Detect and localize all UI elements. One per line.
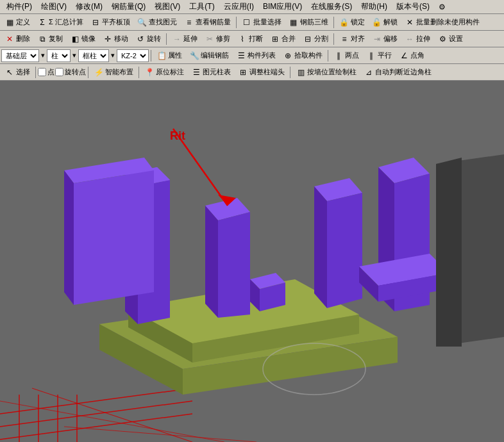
view-rebar-button[interactable]: ≡ 查看钢筋量 — [181, 15, 234, 29]
rebar-3d-icon: ▦ — [289, 17, 299, 28]
menu-rebar-qty[interactable]: 钢筋量(Q) — [108, 0, 149, 13]
draw-by-wall-button[interactable]: ▥ 按墙位置绘制柱 — [292, 65, 360, 79]
lock-button[interactable]: 🔒 锁定 — [336, 15, 368, 29]
menu-draw[interactable]: 绘图(V) — [37, 0, 71, 13]
svg-text:Rit: Rit — [170, 129, 185, 142]
element-type-select[interactable]: 柱 — [47, 49, 71, 62]
column-type-select[interactable]: 框柱 — [78, 49, 109, 62]
select-icon: ↖ — [4, 67, 15, 78]
split-icon: ⊟ — [303, 34, 313, 44]
menu-cloud[interactable]: 云应用(I) — [220, 0, 258, 13]
batch-select-button[interactable]: ☐ 批量选择 — [239, 15, 285, 29]
element-separator: ▾ — [71, 51, 78, 60]
unlock-button[interactable]: 🔓 解锁 — [369, 15, 401, 29]
copy-button[interactable]: ⧉ 复制 — [34, 32, 66, 46]
offset-icon: ⇥ — [372, 34, 382, 44]
column-table-button[interactable]: ☰ 图元柱表 — [188, 65, 234, 79]
menu-modify[interactable]: 修改(M) — [72, 0, 106, 13]
merge-button[interactable]: ⊞ 合并 — [267, 32, 299, 46]
point-checkbox[interactable] — [38, 68, 46, 76]
rotate-icon: ↺ — [135, 34, 146, 44]
svg-marker-36 — [64, 170, 74, 305]
corner-icon: ⊿ — [364, 67, 374, 78]
two-point-icon: ∥ — [333, 51, 344, 61]
pick-component-button[interactable]: ⊕ 拾取构件 — [280, 49, 326, 63]
component-list-button[interactable]: ☰ 构件列表 — [233, 49, 279, 63]
original-annotation-button[interactable]: 📍 原位标注 — [141, 65, 187, 79]
parallel-button[interactable]: ∥ 平行 — [363, 49, 395, 63]
split-button[interactable]: ⊟ 分割 — [299, 32, 332, 46]
adjust-end-button[interactable]: ⊞ 调整柱端头 — [235, 65, 288, 79]
rotate-checkbox[interactable] — [55, 68, 63, 76]
sum-button[interactable]: Σ Σ 汇总计算 — [34, 15, 87, 29]
svg-marker-37 — [74, 170, 154, 305]
viewport-3d[interactable]: Rit — [0, 81, 504, 442]
menubar: 构件(P) 绘图(V) 修改(M) 钢筋量(Q) 视图(V) 工具(T) 云应用… — [0, 0, 504, 14]
align-top-button[interactable]: ⊟ 平齐板顶 — [87, 15, 133, 29]
svg-marker-46 — [436, 158, 462, 347]
find-icon: 🔍 — [137, 17, 147, 28]
trim-button[interactable]: ✂ 修剪 — [201, 32, 233, 46]
batch-select-icon: ☐ — [242, 17, 252, 28]
layer-select[interactable]: 基础层 — [1, 49, 39, 62]
point-angle-icon: ∠ — [399, 51, 409, 61]
smart-layout-icon: ⚡ — [94, 67, 104, 78]
svg-marker-28 — [327, 193, 362, 308]
select-button[interactable]: ↖ 选择 — [1, 65, 33, 79]
column-code-select[interactable]: KZ-2 — [117, 49, 149, 62]
sep4 — [333, 33, 334, 45]
break-button[interactable]: ⌇ 打断 — [234, 32, 266, 46]
rebar-view-icon: ≡ — [184, 17, 194, 28]
offset-button[interactable]: ⇥ 偏移 — [369, 32, 401, 46]
sep7 — [35, 67, 36, 78]
align-top-icon: ⊟ — [90, 17, 101, 28]
menu-version[interactable]: 版本号(S) — [392, 0, 433, 13]
toolbar-1: ▦ 定义 Σ Σ 汇总计算 ⊟ 平齐板顶 🔍 查找图元 ≡ 查看钢筋量 ☐ 批量… — [0, 14, 504, 31]
sep10 — [290, 67, 290, 78]
menu-component[interactable]: 构件(P) — [3, 0, 36, 13]
layer-separator: ▾ — [40, 51, 46, 60]
edit-rebar-button[interactable]: 🔧 编辑钢筋 — [186, 49, 232, 63]
menu-view[interactable]: 视图(V) — [151, 0, 184, 13]
sep9 — [139, 67, 139, 78]
smart-layout-button[interactable]: ⚡ 智能布置 — [90, 65, 137, 79]
menu-online[interactable]: 在线服务(S) — [307, 0, 356, 13]
copy-icon: ⧉ — [37, 34, 47, 44]
unlock-icon: 🔓 — [372, 17, 382, 28]
column-table-icon: ☰ — [191, 67, 201, 78]
point-angle-button[interactable]: ∠ 点角 — [396, 49, 428, 63]
find-element-button[interactable]: 🔍 查找图元 — [134, 15, 180, 29]
property-button[interactable]: 📋 属性 — [153, 49, 185, 63]
move-button[interactable]: ✛ 移动 — [99, 32, 131, 46]
point-check-label: 点 — [38, 67, 55, 77]
stretch-button[interactable]: ↔ 拉伸 — [401, 32, 433, 46]
rebar-3d-button[interactable]: ▦ 钢筋三维 — [285, 15, 332, 29]
rotate-button[interactable]: ↺ 旋转 — [132, 32, 164, 46]
two-point-button[interactable]: ∥ 两点 — [330, 49, 362, 63]
sep8 — [88, 67, 88, 78]
property-icon: 📋 — [156, 51, 167, 61]
define-button[interactable]: ▦ 定义 — [1, 15, 33, 29]
extend-button[interactable]: → 延伸 — [169, 32, 201, 46]
settings-button[interactable]: ⚙ 设置 — [434, 32, 466, 46]
lock-icon: 🔒 — [339, 17, 349, 28]
wall-draw-icon: ▥ — [296, 67, 306, 78]
define-icon: ▦ — [4, 17, 15, 28]
menu-settings[interactable]: ⚙ — [435, 1, 449, 13]
sep1 — [236, 17, 237, 28]
batch-delete-icon: ✕ — [405, 17, 415, 28]
auto-corner-button[interactable]: ⊿ 自动判断近边角柱 — [360, 65, 435, 79]
component-list-icon: ☰ — [236, 51, 246, 61]
sep5 — [151, 50, 151, 61]
svg-marker-27 — [314, 186, 327, 308]
sum-icon: Σ — [37, 17, 47, 28]
column-sub-separator: ▾ — [110, 51, 116, 60]
batch-delete-button[interactable]: ✕ 批量删除未使用构件 — [401, 15, 483, 29]
trim-icon: ✂ — [205, 34, 215, 44]
align-button[interactable]: ≡ 对齐 — [336, 32, 368, 46]
menu-bim[interactable]: BIM应用(V) — [259, 0, 306, 13]
menu-tools[interactable]: 工具(T) — [185, 0, 218, 13]
delete-button[interactable]: ✕ 删除 — [1, 32, 33, 46]
mirror-button[interactable]: ◧ 镜像 — [67, 32, 99, 46]
menu-help[interactable]: 帮助(H) — [357, 0, 391, 13]
